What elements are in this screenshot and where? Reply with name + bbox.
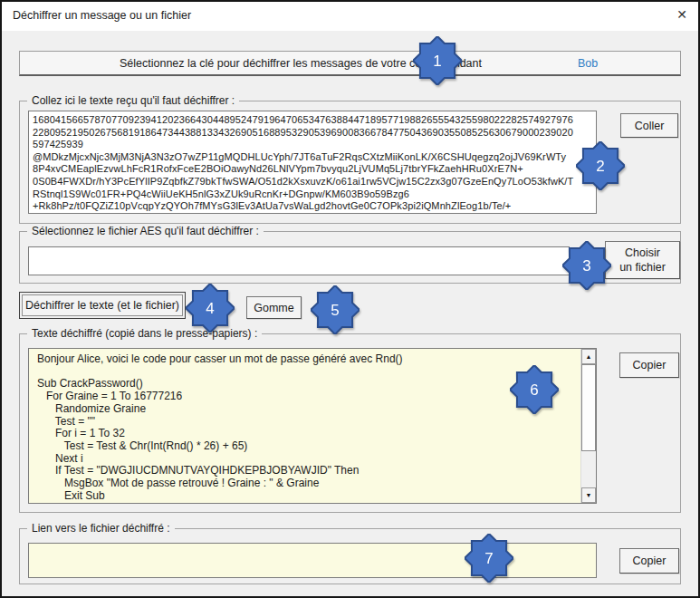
- annotation-badge-4: 4: [186, 284, 235, 333]
- group-paste-legend: Collez ici le texte reçu qu'il faut déch…: [27, 94, 239, 107]
- select-key-label: Sélectionnez la clé pour déchiffrer les …: [120, 57, 482, 70]
- annotation-badge-5: 5: [311, 285, 360, 334]
- decrypted-textarea[interactable]: Bonjour Alice, voici le code pour casser…: [28, 348, 597, 504]
- group-decrypted-legend: Texte déchiffré (copié dans le presse-pa…: [27, 327, 262, 340]
- eraser-button[interactable]: Gomme: [246, 296, 302, 319]
- select-key-button[interactable]: Sélectionnez la clé pour déchiffrer les …: [19, 51, 681, 76]
- badge-number: 4: [206, 300, 214, 317]
- title-bar: Déchiffrer un message ou un fichier ✕: [2, 2, 698, 31]
- paste-button[interactable]: Coller: [620, 113, 678, 138]
- file-link-field[interactable]: [28, 543, 597, 578]
- decrypted-text: Bonjour Alice, voici le code pour casser…: [29, 349, 580, 503]
- decrypt-dialog: Déchiffrer un message ou un fichier ✕ Sé…: [0, 0, 700, 598]
- group-aes-file: Sélectionnez le fichier AES qu'il faut d…: [19, 231, 681, 284]
- selected-correspondent: Bob: [542, 57, 633, 70]
- scroll-down-button[interactable]: ▼: [581, 487, 596, 503]
- copy-link-button[interactable]: Copier: [619, 548, 679, 574]
- group-paste-ciphertext: Collez ici le texte reçu qu'il faut déch…: [19, 101, 681, 224]
- group-aes-legend: Sélectionnez le fichier AES qu'il faut d…: [27, 225, 264, 237]
- badge-number: 5: [331, 302, 339, 319]
- group-file-link: Lien vers le fichier déchiffré : Copier: [19, 528, 681, 584]
- group-decrypted-text: Texte déchiffré (copié dans le presse-pa…: [19, 333, 681, 513]
- scroll-up-button[interactable]: ▲: [581, 349, 596, 364]
- choose-file-label-line2: un fichier: [619, 260, 666, 275]
- triangle-up-icon: ▲: [586, 353, 592, 360]
- group-file-link-legend: Lien vers le fichier déchiffré :: [27, 522, 175, 535]
- scrollbar-track[interactable]: ▲ ▼: [580, 349, 596, 503]
- window-title: Déchiffrer un message ou un fichier: [13, 9, 191, 22]
- ciphertext-textarea[interactable]: 1680415665787077092394120236643044895247…: [28, 111, 597, 214]
- triangle-down-icon: ▼: [586, 492, 592, 498]
- copy-text-button[interactable]: Copier: [619, 352, 679, 378]
- close-icon[interactable]: ✕: [676, 7, 687, 22]
- decrypt-button[interactable]: Déchiffrer le texte (et le fichier): [19, 292, 186, 319]
- scroll-thumb[interactable]: [581, 364, 596, 451]
- aes-file-path-field[interactable]: [28, 246, 570, 275]
- choose-file-button[interactable]: Choisir un fichier: [605, 241, 680, 279]
- decrypt-button-face: Déchiffrer le texte (et le fichier): [22, 294, 183, 316]
- choose-file-label-line1: Choisir: [625, 246, 660, 260]
- decrypt-button-label: Déchiffrer le texte (et le fichier): [25, 299, 179, 312]
